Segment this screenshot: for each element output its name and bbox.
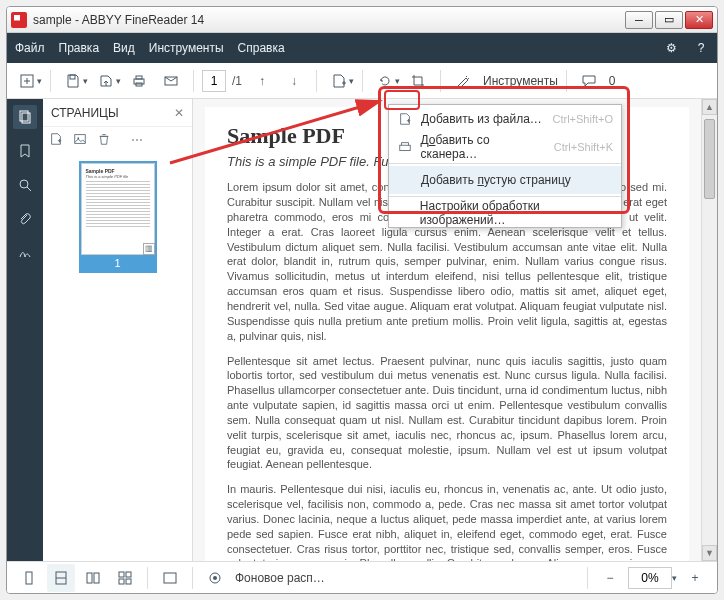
tools-label[interactable]: Инструменты — [483, 74, 558, 88]
svg-rect-11 — [26, 572, 32, 584]
svg-rect-3 — [136, 76, 142, 79]
app-icon — [11, 12, 27, 28]
svg-point-8 — [20, 180, 28, 188]
thumbnail-number: 1 — [81, 255, 155, 271]
bg-recognition-label[interactable]: Фоновое расп… — [235, 571, 325, 585]
chevron-down-icon[interactable]: ▾ — [116, 76, 121, 86]
svg-rect-16 — [126, 572, 131, 577]
separator — [147, 567, 148, 589]
svg-rect-17 — [119, 579, 124, 584]
rail-pages-icon[interactable] — [13, 105, 37, 129]
separator — [389, 163, 621, 164]
svg-rect-15 — [119, 572, 124, 577]
rail-bookmarks-icon[interactable] — [13, 139, 37, 163]
fit-two-button[interactable] — [79, 564, 107, 592]
separator — [440, 70, 441, 92]
minimize-button[interactable]: ─ — [625, 11, 653, 29]
menu-help[interactable]: Справка — [238, 41, 285, 55]
separator — [389, 196, 621, 197]
thumbnail-badge-icon: ▥ — [143, 243, 155, 255]
dd-image-settings[interactable]: Настройки обработки изображений… — [389, 199, 621, 227]
close-button[interactable]: ✕ — [685, 11, 713, 29]
print-button[interactable] — [125, 67, 153, 95]
titlebar: sample - ABBYY FineReader 14 ─ ▭ ✕ — [7, 7, 717, 33]
svg-point-21 — [213, 576, 217, 580]
dd-label: Добавить из файла… — [421, 112, 542, 126]
panel-delete-icon[interactable] — [97, 132, 111, 149]
zoom-out-button[interactable]: − — [596, 564, 624, 592]
chevron-down-icon[interactable]: ▾ — [349, 76, 354, 86]
main-toolbar: ▾ ▾ ▾ /1 ↑ ↓ ▾ ▾ Инструменты — [7, 63, 717, 99]
svg-rect-13 — [87, 573, 92, 583]
dd-label: Добавить со сканера… — [420, 133, 545, 161]
blank-icon — [397, 172, 413, 188]
zoom-input[interactable] — [628, 567, 672, 589]
menu-file[interactable]: Файл — [15, 41, 45, 55]
rail-signatures-icon[interactable] — [13, 241, 37, 265]
page-number-input[interactable] — [202, 70, 226, 92]
doc-paragraph: In mauris. Pellentesque dui nisi, iaculi… — [227, 482, 667, 561]
separator — [362, 70, 363, 92]
separator — [50, 70, 51, 92]
scroll-down-icon[interactable]: ▼ — [702, 545, 717, 561]
fit-single-button[interactable] — [15, 564, 43, 592]
dd-label: Добавить пустую страницу — [421, 173, 571, 187]
separator — [193, 70, 194, 92]
fit-continuous-button[interactable] — [111, 564, 139, 592]
fullscreen-button[interactable] — [156, 564, 184, 592]
comments-count: 0 — [609, 74, 616, 88]
panel-close-icon[interactable]: ✕ — [174, 106, 184, 120]
comments-button[interactable] — [575, 67, 603, 95]
side-rail — [7, 99, 43, 561]
panel-image-icon[interactable] — [73, 132, 87, 149]
vertical-scrollbar[interactable]: ▲ ▼ — [701, 99, 717, 561]
file-add-icon — [397, 111, 413, 127]
menubar: Файл Правка Вид Инструменты Справка ⚙ ? — [7, 33, 717, 63]
page-up-button[interactable]: ↑ — [248, 67, 276, 95]
ocr-toggle-button[interactable] — [201, 564, 229, 592]
page-total: /1 — [232, 74, 242, 88]
menu-view[interactable]: Вид — [113, 41, 135, 55]
page-down-button[interactable]: ↓ — [280, 67, 308, 95]
svg-rect-22 — [399, 145, 410, 150]
separator — [566, 70, 567, 92]
chevron-down-icon[interactable]: ▾ — [83, 76, 88, 86]
panel-add-icon[interactable] — [49, 132, 63, 149]
dd-shortcut: Ctrl+Shift+K — [554, 141, 613, 153]
svg-rect-18 — [126, 579, 131, 584]
chevron-down-icon[interactable]: ▾ — [672, 573, 677, 583]
doc-paragraph: Pellentesque sit amet lectus. Praesent p… — [227, 354, 667, 473]
window-title: sample - ABBYY FineReader 14 — [33, 13, 625, 27]
chevron-down-icon[interactable]: ▾ — [395, 76, 400, 86]
menu-tools[interactable]: Инструменты — [149, 41, 224, 55]
crop-button[interactable] — [404, 67, 432, 95]
dd-add-from-scanner[interactable]: Добавить со сканера… Ctrl+Shift+K — [389, 133, 621, 161]
dd-shortcut: Ctrl+Shift+O — [552, 113, 613, 125]
fit-width-button[interactable] — [47, 564, 75, 592]
add-page-dropdown: Добавить из файла… Ctrl+Shift+O Добавить… — [388, 104, 622, 228]
separator — [587, 567, 588, 589]
chevron-down-icon[interactable]: ▾ — [37, 76, 42, 86]
help-icon[interactable]: ? — [693, 40, 709, 56]
dd-add-from-file[interactable]: Добавить из файла… Ctrl+Shift+O — [389, 105, 621, 133]
panel-menu-icon[interactable]: ⋯ — [131, 133, 143, 147]
separator — [316, 70, 317, 92]
svg-rect-1 — [70, 75, 75, 79]
bottom-toolbar: Фоновое расп… − ▾ + — [7, 561, 717, 593]
scroll-up-icon[interactable]: ▲ — [702, 99, 717, 115]
svg-rect-9 — [75, 134, 86, 143]
rail-attachments-icon[interactable] — [13, 207, 37, 231]
panel-title: СТРАНИЦЫ — [51, 106, 119, 120]
dd-add-blank-page[interactable]: Добавить пустую страницу — [389, 166, 621, 194]
rail-search-icon[interactable] — [13, 173, 37, 197]
mail-button[interactable] — [157, 67, 185, 95]
scanner-icon — [397, 139, 412, 155]
page-thumbnail[interactable]: Sample PDF This is a simple PDF file 1 — [79, 161, 157, 273]
dd-label: Настройки обработки изображений… — [420, 199, 613, 227]
zoom-in-button[interactable]: + — [681, 564, 709, 592]
gear-icon[interactable]: ⚙ — [663, 40, 679, 56]
magic-button[interactable] — [449, 67, 477, 95]
menu-edit[interactable]: Правка — [59, 41, 100, 55]
maximize-button[interactable]: ▭ — [655, 11, 683, 29]
scroll-thumb[interactable] — [704, 119, 715, 199]
